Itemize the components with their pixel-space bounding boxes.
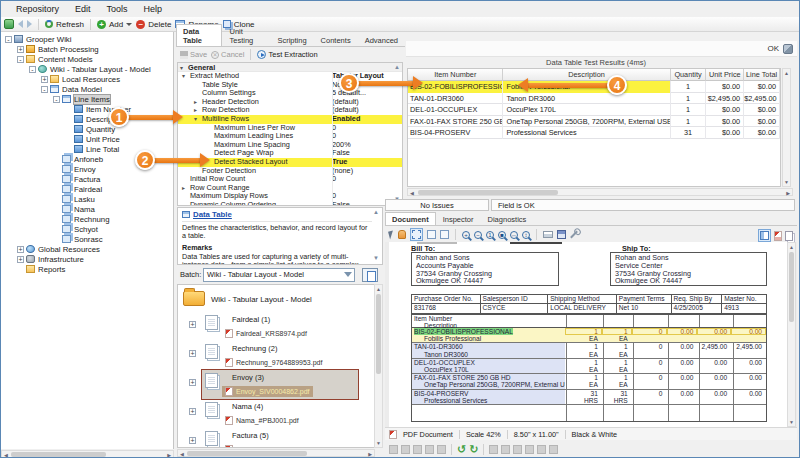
expand-toggle[interactable]: - bbox=[29, 66, 36, 73]
cell-line-total[interactable]: $0.00 bbox=[744, 127, 780, 139]
grid-scroll-up-icon[interactable]: ▲ bbox=[394, 64, 400, 70]
property-row[interactable]: Maximum Display Rows0 bbox=[178, 192, 402, 201]
property-row[interactable]: ▾Extract MethodTabular Layout bbox=[178, 72, 402, 81]
menu-item[interactable]: Help bbox=[137, 3, 170, 15]
pointer-icon[interactable] bbox=[388, 230, 395, 239]
results-horizontal-scrollbar[interactable]: ◀▶ bbox=[407, 188, 793, 196]
tree-item[interactable]: Fairdeal bbox=[1, 185, 173, 195]
cell-item-number[interactable]: DEL-01-OCCUPLEX bbox=[408, 104, 503, 116]
tree-item[interactable]: -Grooper Wiki bbox=[1, 35, 173, 45]
expand-toggle[interactable]: ▸ bbox=[194, 98, 202, 107]
property-row[interactable]: ▸Row Count Range bbox=[178, 184, 402, 193]
expand-toggle[interactable]: + bbox=[41, 76, 48, 83]
cell-item-number[interactable]: BIS-04-PROSERV bbox=[408, 127, 503, 139]
results-column-header[interactable]: Line Total bbox=[744, 69, 780, 81]
save-image-icon[interactable] bbox=[557, 230, 566, 239]
batch-folder-item[interactable]: +Nama (4)Nama_#PBJ001.pdf bbox=[178, 399, 382, 428]
property-value[interactable]: True bbox=[332, 158, 392, 167]
tree-item[interactable]: Unit Price bbox=[1, 135, 173, 145]
tree-item[interactable]: -Data Model bbox=[1, 85, 173, 95]
help-scroll-up-icon[interactable]: ▲ bbox=[373, 209, 379, 215]
split-page-icon[interactable] bbox=[389, 445, 398, 454]
magnifier-preview-icon[interactable] bbox=[440, 230, 449, 239]
refresh-button[interactable]: Refresh bbox=[45, 20, 84, 29]
add-button[interactable]: Add bbox=[97, 20, 132, 29]
pages-view-icon[interactable] bbox=[785, 231, 793, 241]
zoom-fit-height-icon[interactable]: ↕ bbox=[522, 231, 530, 239]
cell-unit-price[interactable]: $2,495.00 bbox=[706, 93, 744, 105]
batch-page-item[interactable]: Rechnung_9764889953.pdf bbox=[222, 357, 325, 368]
cancel-button[interactable]: Cancel bbox=[211, 50, 244, 59]
batch-folder-item[interactable]: +Factura (5)Factura_IN165796.pdf bbox=[178, 428, 382, 448]
expand-toggle[interactable]: - bbox=[5, 36, 12, 43]
expand-toggle[interactable]: + bbox=[17, 256, 24, 263]
results-column-header[interactable]: Unit Price bbox=[706, 69, 744, 81]
cell-description[interactable]: OccuPlex 170L bbox=[503, 104, 670, 116]
tree-item[interactable]: -Content Models bbox=[1, 55, 173, 65]
filter-icon[interactable] bbox=[344, 272, 352, 277]
tab[interactable]: Data Table bbox=[176, 24, 222, 46]
result-row[interactable]: DEL-01-OCCUPLEXOccuPlex 170L1$0.00$0.00 bbox=[408, 104, 780, 116]
expand-toggle[interactable]: - bbox=[17, 56, 24, 63]
tab[interactable]: Document bbox=[385, 212, 436, 225]
batch-folder-item[interactable]: +Rechnung (2)Rechnung_9764889953.pdf bbox=[178, 341, 382, 370]
close-page-icon[interactable] bbox=[437, 445, 446, 454]
menu-item[interactable]: Tools bbox=[100, 3, 135, 15]
property-value[interactable]: False bbox=[332, 201, 392, 206]
cell-quantity[interactable]: 1 bbox=[671, 116, 707, 128]
document-viewer[interactable]: Bill To: Rohan and SonsAccounts Payable3… bbox=[385, 242, 797, 427]
cell-description[interactable]: OneTap Personal 250GB, 7200RPM, External… bbox=[503, 116, 670, 128]
property-row[interactable]: Detect Stacked LayoutTrue bbox=[178, 158, 402, 167]
zoom-actual-icon[interactable]: 1 bbox=[486, 231, 494, 239]
tree-horizontal-scrollbar[interactable]: ◀▶ bbox=[1, 450, 174, 458]
cell-line-total[interactable]: $0.00 bbox=[744, 116, 780, 128]
expand-toggle[interactable]: + bbox=[189, 350, 196, 357]
layout-toggle-button[interactable] bbox=[758, 229, 771, 242]
property-value[interactable]: (default) bbox=[332, 98, 392, 107]
property-value[interactable]: 5 default... bbox=[332, 89, 392, 98]
property-row[interactable]: Maximum Lines Per Row0 bbox=[178, 124, 402, 133]
expand-toggle[interactable]: - bbox=[53, 96, 60, 103]
tab[interactable]: Unit Testing bbox=[222, 24, 270, 46]
results-column-header[interactable]: Quantity bbox=[671, 69, 707, 81]
delete-page-icon[interactable] bbox=[425, 445, 434, 454]
zoom-out-icon[interactable]: − bbox=[474, 231, 482, 239]
property-value[interactable]: 200% bbox=[332, 141, 392, 150]
cell-unit-price[interactable]: $0.00 bbox=[706, 127, 744, 139]
merge-page-icon[interactable] bbox=[401, 445, 410, 454]
expand-toggle[interactable]: ▾ bbox=[194, 115, 202, 124]
cell-line-total[interactable]: $2,495.00 bbox=[744, 93, 780, 105]
property-row[interactable]: Initial Row Count0 bbox=[178, 175, 402, 184]
batch-vertical-scrollbar[interactable]: ▲▼ bbox=[374, 284, 383, 448]
tree-item[interactable]: Lasku bbox=[1, 195, 173, 205]
property-row[interactable]: ▾Multiline RowsEnabled bbox=[178, 115, 402, 124]
tree-item[interactable]: Item Number bbox=[1, 105, 173, 115]
tree-item[interactable]: Schyot bbox=[1, 225, 173, 235]
tree-item[interactable]: Quantity bbox=[1, 125, 173, 135]
expand-toggle[interactable]: + bbox=[189, 408, 196, 415]
menu-item[interactable]: Repository bbox=[9, 3, 66, 15]
batch-page-item[interactable]: Envoy_SIV0004862.pdf bbox=[222, 386, 313, 397]
tab[interactable]: Scripting bbox=[270, 33, 313, 46]
result-row[interactable]: BIS-04-PROSERVProfessional Services31$0.… bbox=[408, 127, 780, 139]
cell-item-number[interactable]: FAX-01-FAX STORE 250 GB HD bbox=[408, 116, 503, 128]
batch-horizontal-scrollbar[interactable]: ◀▶ bbox=[177, 449, 375, 457]
crop-icon[interactable] bbox=[513, 445, 522, 454]
property-value[interactable]: 0 bbox=[332, 192, 392, 201]
property-row[interactable]: Detect Page WrapFalse bbox=[178, 149, 402, 158]
save-button[interactable]: Save bbox=[180, 50, 207, 59]
copy-page-icon[interactable] bbox=[525, 445, 534, 454]
batch-folder-item[interactable]: +Envoy (3)Envoy_SIV0004862.pdf bbox=[178, 370, 382, 399]
expand-toggle[interactable]: ▸ bbox=[194, 106, 202, 115]
forward-icon[interactable] bbox=[27, 20, 32, 28]
property-category[interactable]: ▾General bbox=[178, 63, 402, 72]
expand-toggle[interactable]: + bbox=[189, 379, 196, 386]
zoom-fit-width-icon[interactable]: ↔ bbox=[510, 231, 518, 239]
zoom-region-icon[interactable] bbox=[427, 230, 436, 239]
batch-page-item[interactable]: Factura_IN165796.pdf bbox=[222, 444, 309, 448]
undo-icon[interactable] bbox=[549, 445, 558, 454]
cell-quantity[interactable]: 1 bbox=[671, 81, 707, 93]
property-value[interactable]: False bbox=[332, 149, 392, 158]
property-row[interactable]: Maximum Line Spacing200% bbox=[178, 141, 402, 150]
pdf-view-icon[interactable] bbox=[774, 231, 782, 241]
